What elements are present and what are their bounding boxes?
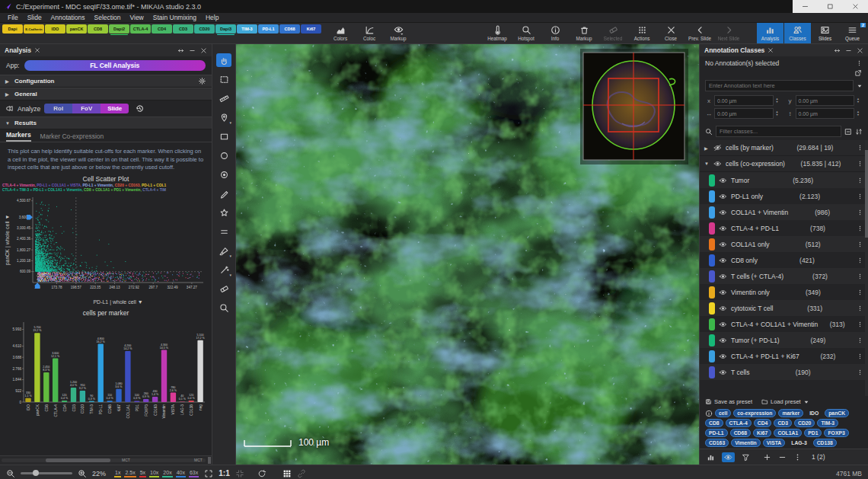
- panel-nav-queue[interactable]: Queue2: [839, 23, 866, 43]
- magnification-63x[interactable]: 63x: [189, 470, 199, 477]
- analyze-mode-fov[interactable]: FoV: [72, 104, 101, 113]
- filter-classes-input[interactable]: [716, 126, 841, 137]
- more-options-icon[interactable]: [857, 144, 863, 152]
- class-row-tumor[interactable]: Tumor(5.236): [700, 172, 868, 188]
- coord-x-field[interactable]: 0.00 µm: [714, 95, 774, 106]
- eye-icon[interactable]: [719, 321, 727, 328]
- tag-pd-l1[interactable]: PD-L1: [705, 429, 728, 437]
- preset-dropdown-icon[interactable]: [803, 399, 809, 405]
- colors-button[interactable]: Colors: [326, 24, 355, 43]
- class-color-chip[interactable]: [709, 334, 715, 346]
- zoom-slider-handle[interactable]: [33, 470, 39, 476]
- tool-star[interactable]: [216, 206, 231, 219]
- more-options-icon[interactable]: [857, 225, 863, 232]
- class-row-t-cells-ctla-4[interactable]: T cells (+ CTLA-4)(372): [700, 268, 868, 284]
- tag-ki67[interactable]: Ki67: [753, 429, 771, 437]
- menu-annotations[interactable]: Annotations: [46, 14, 90, 21]
- eye-icon[interactable]: [719, 209, 727, 216]
- grid-view-icon[interactable]: [282, 469, 292, 478]
- panel-nav-slides[interactable]: Slides: [812, 23, 838, 43]
- tag-tim-3[interactable]: TIM-3: [817, 419, 838, 427]
- class-row-cd8-only[interactable]: CD8 only(421): [700, 252, 868, 268]
- eye-icon[interactable]: [719, 337, 727, 344]
- eye-icon[interactable]: [719, 257, 727, 264]
- more-options-icon[interactable]: [857, 369, 863, 376]
- class-color-chip[interactable]: [709, 222, 715, 235]
- class-row-pd-l1-only[interactable]: PD-L1 only(2.123): [700, 188, 868, 204]
- tool-magnifier[interactable]: [216, 301, 231, 315]
- class-color-chip[interactable]: [709, 366, 715, 378]
- caret-right-icon[interactable]: ▶: [704, 145, 710, 151]
- channel-e-cadherin[interactable]: E-Cadherin: [24, 24, 44, 34]
- add-class-icon[interactable]: [763, 453, 771, 461]
- open-external-icon[interactable]: [854, 69, 862, 77]
- configuration-section[interactable]: ▶ Configuration: [0, 75, 212, 88]
- analyze-mode-slide[interactable]: Slide: [101, 104, 129, 113]
- class-row-cytotoxic-t-cell[interactable]: cytotoxic T cell(331): [700, 300, 868, 316]
- magnification-1x[interactable]: 1x: [114, 470, 121, 477]
- close-button[interactable]: Close: [656, 24, 685, 43]
- eye-icon[interactable]: [719, 305, 727, 312]
- collapse-panel-icon[interactable]: [845, 47, 852, 54]
- close-analysis-tab-icon[interactable]: [34, 47, 40, 53]
- tag-co-expression[interactable]: co-expression: [733, 409, 776, 417]
- remove-class-icon[interactable]: [778, 453, 787, 461]
- actual-size-button[interactable]: 1:1: [219, 469, 229, 477]
- more-options-icon[interactable]: [857, 273, 863, 280]
- class-color-chip[interactable]: [709, 350, 715, 362]
- undock-panel-icon[interactable]: [834, 47, 841, 54]
- channel-cd3[interactable]: CD3: [173, 24, 193, 34]
- channel-tim-3[interactable]: TIM-3: [237, 24, 257, 34]
- tab-markers[interactable]: Markers: [6, 131, 31, 142]
- more-options-icon[interactable]: [857, 177, 863, 184]
- channel-panck[interactable]: panCK: [66, 24, 87, 34]
- class-color-chip[interactable]: [709, 318, 715, 331]
- tag-foxp3[interactable]: FOXP3: [824, 429, 848, 437]
- tag-cd138[interactable]: CD138: [813, 439, 837, 447]
- channel-dapi2[interactable]: Dapi2: [109, 24, 129, 34]
- tool-pin[interactable]: ▾: [216, 110, 231, 124]
- more-options-icon[interactable]: [857, 160, 863, 168]
- tag-ctla-4[interactable]: CTLA-4: [726, 419, 752, 427]
- markup-visibility-button[interactable]: Markup: [384, 24, 413, 43]
- zoom-in-icon[interactable]: [78, 469, 87, 478]
- eye-icon[interactable]: [719, 225, 727, 232]
- more-options-icon[interactable]: [857, 209, 863, 216]
- tag-panck[interactable]: panCK: [825, 409, 849, 417]
- info-button[interactable]: Info: [541, 24, 570, 43]
- collapse-panel-icon[interactable]: [189, 47, 196, 54]
- channel-ctla-4[interactable]: CTLA-4: [130, 24, 151, 34]
- menu-slide[interactable]: Slide: [23, 14, 46, 21]
- spinner-icon[interactable]: ▲▼: [776, 110, 781, 117]
- tool-select-region[interactable]: [216, 72, 231, 86]
- class-group-cells-co-expression[interactable]: ▼cells (co-expression)(15.835 | 412): [700, 156, 868, 172]
- more-options-icon[interactable]: [857, 321, 863, 328]
- fit-to-screen-icon[interactable]: [204, 469, 213, 478]
- class-group-cells-by-marker[interactable]: ▶cells (by marker)(29.684 | 19): [700, 140, 868, 156]
- annotation-text-input[interactable]: [705, 80, 854, 91]
- tab-marker-coexpression[interactable]: Marker Co-expression: [40, 133, 104, 142]
- class-color-chip[interactable]: [709, 174, 715, 187]
- tag-cd8[interactable]: CD8: [705, 419, 723, 427]
- class-color-chip[interactable]: [709, 254, 715, 267]
- overview-minimap[interactable]: [580, 49, 688, 164]
- markup-delete-button[interactable]: Markup: [570, 24, 598, 43]
- link-slides-icon[interactable]: [297, 469, 306, 478]
- tool-ruler[interactable]: [216, 91, 231, 105]
- class-row-col1a1-vimentin[interactable]: COL1A1 + Vimentin(986): [700, 204, 868, 220]
- more-options-icon[interactable]: [857, 289, 863, 296]
- magnification-2-5x[interactable]: 2.5x: [124, 470, 136, 477]
- channel-cd4[interactable]: CD4: [152, 24, 172, 34]
- menu-file[interactable]: File: [3, 14, 23, 21]
- class-row-ctla-4-pd-l1-ki67[interactable]: CTLA-4 + PD-L1 + Ki67(232): [700, 348, 868, 364]
- tag-cd20[interactable]: CD20: [794, 419, 815, 427]
- statistics-icon[interactable]: [707, 453, 715, 461]
- caret-down-icon[interactable]: ▼: [704, 161, 710, 166]
- menu-selection[interactable]: Selection: [90, 14, 126, 21]
- panel-nav-classes[interactable]: Classes: [784, 23, 811, 43]
- channel-dapi[interactable]: Dapi: [2, 24, 23, 34]
- class-list-scrollbar[interactable]: [865, 140, 868, 396]
- actions-button[interactable]: Actions: [627, 24, 656, 43]
- close-panel-icon[interactable]: [857, 47, 863, 54]
- class-row-vimentin-only[interactable]: Vimentin only(349): [700, 284, 868, 300]
